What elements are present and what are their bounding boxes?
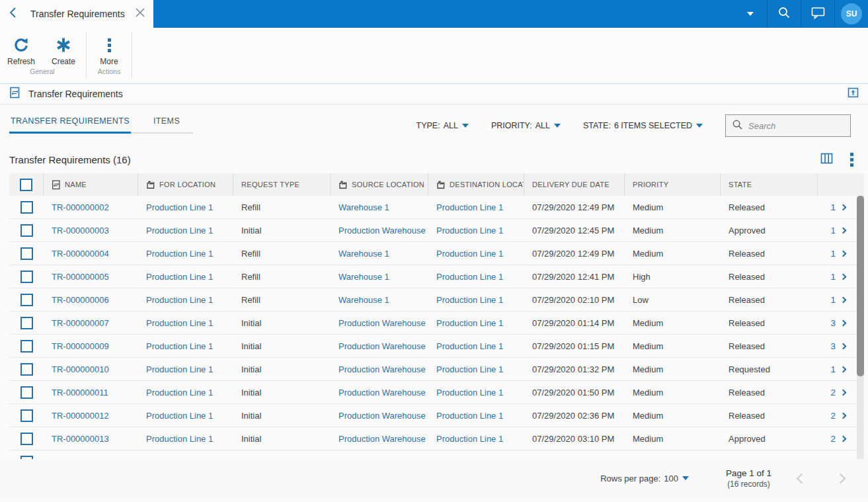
destination-location-link[interactable]: Production Line 1: [436, 272, 503, 282]
column-header-destination-location[interactable]: DESTINATION LOCATION: [428, 173, 524, 196]
destination-location-link[interactable]: Production Line 1: [436, 202, 503, 212]
row-checkbox[interactable]: [20, 386, 33, 399]
source-location-link[interactable]: Warehouse 1: [338, 272, 389, 282]
document-tab[interactable]: Transfer Requirements: [0, 0, 153, 28]
row-checkbox[interactable]: [20, 271, 33, 283]
row-detail-button[interactable]: 1: [818, 358, 856, 380]
back-button[interactable]: [0, 0, 26, 28]
name-link[interactable]: TR-000000012: [52, 411, 109, 421]
row-checkbox[interactable]: [20, 433, 33, 445]
source-location-link[interactable]: Production Warehouse: [338, 411, 426, 421]
column-header-delivery-due-date[interactable]: DELIVERY DUE DATE: [524, 173, 625, 196]
column-header-name[interactable]: NAME: [44, 173, 138, 196]
search-input[interactable]: [748, 121, 841, 131]
source-location-link[interactable]: Warehouse 1: [338, 295, 389, 305]
name-link[interactable]: TR-000000007: [52, 318, 109, 328]
row-checkbox[interactable]: [20, 201, 33, 214]
row-checkbox[interactable]: [20, 409, 33, 422]
row-checkbox[interactable]: [20, 294, 33, 306]
for-location-link[interactable]: Production Line 1: [146, 226, 213, 235]
for-location-link[interactable]: Production Line 1: [146, 318, 213, 328]
destination-location-link[interactable]: Production Line 1: [436, 434, 503, 444]
table-row[interactable]: TR-000000006 Production Line 1 Refill Wa…: [9, 288, 864, 312]
for-location-link[interactable]: Production Line 1: [146, 411, 213, 421]
column-header-source-location[interactable]: SOURCE LOCATION: [331, 173, 428, 196]
for-location-link[interactable]: Production Line 1: [146, 249, 213, 259]
vertical-scrollbar-thumb[interactable]: [857, 196, 864, 376]
name-link[interactable]: TR-000000004: [52, 249, 109, 259]
column-header-for-location[interactable]: FOR LOCATION: [138, 173, 233, 196]
source-location-link[interactable]: Warehouse 1: [338, 202, 389, 212]
filter-state[interactable]: STATE: 6 ITEMS SELECTED: [583, 121, 703, 130]
for-location-link[interactable]: Production Line 1: [146, 341, 213, 351]
filter-priority[interactable]: PRIORITY: ALL: [491, 121, 561, 130]
rows-per-page-control[interactable]: Rows per page: 100: [600, 474, 689, 483]
row-checkbox[interactable]: [20, 224, 33, 237]
column-chooser-button[interactable]: [820, 153, 833, 167]
row-checkbox[interactable]: [20, 456, 33, 459]
vertical-scrollbar[interactable]: [857, 196, 864, 459]
row-detail-button[interactable]: 1: [818, 219, 856, 241]
name-link[interactable]: TR-000000009: [52, 341, 109, 351]
name-link[interactable]: TR-000000005: [52, 272, 109, 282]
source-location-link[interactable]: Production Warehouse: [338, 364, 426, 374]
close-tab-button[interactable]: [127, 0, 153, 28]
row-detail-button[interactable]: 2: [818, 404, 856, 427]
row-detail-button[interactable]: 3: [818, 312, 856, 334]
tab-transfer-requirements[interactable]: TRANSFER REQUIREMENTS: [9, 116, 131, 134]
destination-location-link[interactable]: Production Line 1: [436, 411, 503, 421]
source-location-link[interactable]: Production Warehouse: [338, 341, 426, 351]
source-location-link[interactable]: Production Warehouse: [338, 318, 426, 328]
column-header-state[interactable]: STATE: [721, 173, 818, 196]
row-detail-button[interactable]: 1: [818, 242, 856, 265]
tab-items[interactable]: ITEMS: [152, 116, 193, 132]
grid-more-button[interactable]: [850, 153, 853, 167]
create-button[interactable]: Create: [42, 28, 85, 66]
user-avatar[interactable]: SU: [841, 3, 862, 24]
destination-location-link[interactable]: Production Line 1: [436, 341, 503, 351]
table-row[interactable]: TR-000000003 Production Line 1 Initial P…: [9, 219, 864, 242]
name-link[interactable]: TR-000000006: [52, 295, 109, 305]
row-checkbox[interactable]: [20, 340, 33, 353]
table-row[interactable]: TR-000000013 Production Line 1 Initial P…: [9, 427, 864, 450]
for-location-link[interactable]: Production Line 1: [146, 272, 213, 282]
name-link[interactable]: TR-000000013: [52, 434, 109, 444]
destination-location-link[interactable]: Production Line 1: [436, 249, 503, 259]
row-checkbox[interactable]: [20, 317, 33, 329]
column-header-request-type[interactable]: REQUEST TYPE: [233, 173, 331, 196]
destination-location-link[interactable]: Production Line 1: [436, 364, 503, 374]
more-button[interactable]: More: [88, 28, 130, 66]
table-row[interactable]: TR-000000004 Production Line 1 Refill Wa…: [9, 242, 864, 265]
for-location-link[interactable]: Production Line 1: [146, 388, 213, 397]
table-row[interactable]: TR-000000002 Production Line 1 Refill Wa…: [9, 196, 864, 219]
popout-button[interactable]: [848, 87, 859, 101]
source-location-link[interactable]: Production Warehouse: [338, 226, 426, 235]
feedback-button[interactable]: [801, 0, 834, 28]
for-location-link[interactable]: Production Line 1: [146, 202, 213, 212]
appbar-search-button[interactable]: [768, 0, 801, 28]
source-location-link[interactable]: Production Warehouse: [338, 434, 426, 444]
filter-type[interactable]: TYPE: ALL: [416, 121, 469, 130]
for-location-link[interactable]: Production Line 1: [146, 434, 213, 444]
source-location-link[interactable]: Warehouse 1: [338, 249, 389, 259]
destination-location-link[interactable]: Production Line 1: [436, 226, 503, 235]
row-detail-button[interactable]: 2: [818, 381, 856, 403]
refresh-button[interactable]: Refresh: [0, 28, 42, 66]
row-detail-button[interactable]: 2: [818, 427, 856, 450]
row-detail-button[interactable]: 1: [818, 196, 856, 218]
destination-location-link[interactable]: Production Line 1: [436, 318, 503, 328]
for-location-link[interactable]: Production Line 1: [146, 295, 213, 305]
name-link[interactable]: TR-000000003: [52, 226, 109, 235]
table-row[interactable]: TR-000000009 Production Line 1 Initial P…: [9, 335, 864, 358]
row-detail-button[interactable]: 3: [818, 335, 856, 357]
appbar-dropdown-button[interactable]: [734, 0, 767, 28]
name-link[interactable]: TR-000000011: [52, 388, 108, 397]
table-row[interactable]: TR-000000012 Production Line 1 Initial P…: [9, 404, 864, 427]
row-detail-button[interactable]: 1: [818, 265, 856, 288]
for-location-link[interactable]: Production Line 1: [146, 364, 213, 374]
select-all-checkbox[interactable]: [20, 179, 32, 191]
table-row[interactable]: TR-000000005 Production Line 1 Refill Wa…: [9, 265, 864, 288]
destination-location-link[interactable]: Production Line 1: [436, 295, 503, 305]
table-row[interactable]: TR-000000011 Production Line 1 Initial P…: [9, 381, 864, 404]
source-location-link[interactable]: Production Warehouse: [338, 388, 426, 397]
